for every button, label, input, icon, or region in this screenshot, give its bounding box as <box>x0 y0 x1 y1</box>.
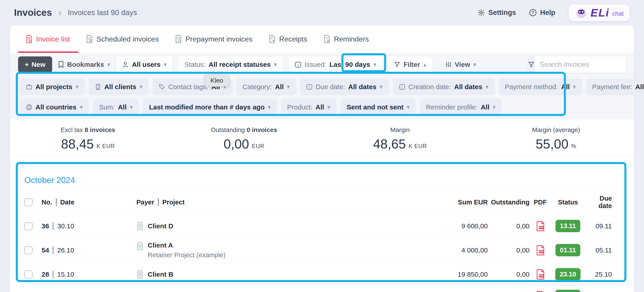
status-badge[interactable]: 23.10 <box>555 268 581 281</box>
payer-cell: Client D <box>136 221 436 231</box>
scheduled-doc-icon <box>86 35 93 43</box>
row-checkbox[interactable] <box>24 222 32 230</box>
select-all-checkbox[interactable] <box>24 198 32 206</box>
sum-filter[interactable]: Sum: All ▾ <box>93 99 139 116</box>
tab-prepayment-invoices[interactable]: Prepayment invoices <box>175 25 252 53</box>
filter-toggle-button[interactable]: Filter ▴ <box>388 56 432 73</box>
pdf-icon[interactable]: PDF <box>530 221 551 232</box>
users-filter-dropdown[interactable]: All users ▾ <box>116 56 172 73</box>
status-filter-label: Status: <box>184 61 205 68</box>
stat-excl-tax: Excl tax 8 invoices 88,45K EUR <box>10 126 166 151</box>
chevron-down-icon: ▾ <box>274 62 277 68</box>
payment-fee-filter[interactable]: Payment fee: All ▾ <box>586 78 644 95</box>
col-no-date[interactable]: No.Date <box>42 198 136 206</box>
row-checkbox[interactable] <box>24 246 32 254</box>
product-filter[interactable]: Product: All ▾ <box>281 99 337 116</box>
row-checkbox[interactable] <box>24 270 32 279</box>
tab-receipts[interactable]: Receipts <box>269 25 307 53</box>
chevron-down-icon: ▾ <box>492 104 496 110</box>
status-cell: 23.12 <box>551 290 585 292</box>
table-row[interactable]: 2815.10 Client B 19 850,00 0,00 PDF 23.1… <box>24 264 612 285</box>
last-modified-filter[interactable]: Last modified more than # days ago ▾ <box>143 99 277 116</box>
stat-label: Margin <box>390 126 410 133</box>
view-options-button[interactable]: View ▾ <box>445 61 476 68</box>
chevron-down-icon: ▾ <box>130 104 133 110</box>
issued-date-dropdown[interactable]: 1 Issued: Last 90 days ▾ <box>289 56 382 73</box>
col-payer-project[interactable]: PayerProject <box>136 198 436 206</box>
status-cell: 13.11 <box>551 220 585 232</box>
chevron-down-icon: ▾ <box>573 84 576 90</box>
countries-filter[interactable]: All countries ▾ <box>20 99 89 116</box>
table-row[interactable]: 1005.10 Client C 2 000,00 0,00 PDF 23.12… <box>24 285 612 292</box>
creation-date-filter[interactable]: 1 Creation date: All dates ▾ <box>393 78 495 95</box>
payer-name: Client B <box>148 271 173 278</box>
document-icon <box>136 221 144 231</box>
top-bar: Invoices › Invoices last 90 days Setting… <box>0 0 644 25</box>
users-filter-value: All users <box>132 61 160 68</box>
col-due-date[interactable]: Due date <box>585 195 612 210</box>
pdf-icon[interactable]: PDF <box>530 245 551 256</box>
col-status[interactable]: Status <box>551 199 585 206</box>
stat-label: Outstanding <box>211 126 245 133</box>
filter-button-label: Filter <box>404 61 420 68</box>
filter-label: Contact tags: <box>168 83 208 91</box>
tab-reminders[interactable]: Reminders <box>324 25 369 53</box>
breadcrumb-root[interactable]: Invoices <box>14 7 52 18</box>
stat-value: 88,45 <box>61 136 94 151</box>
month-heading: October 2024 <box>24 176 634 185</box>
building-icon <box>95 84 101 90</box>
table-header-row: No.Date PayerProject Sum EUR Outstanding… <box>24 189 612 215</box>
document-icon <box>136 242 144 251</box>
table-row[interactable]: 5426.10 Client A Retainer Project (examp… <box>24 237 612 264</box>
status-badge[interactable]: 13.11 <box>556 220 580 232</box>
status-badge[interactable]: 23.12 <box>555 290 581 292</box>
col-sum[interactable]: Sum EUR <box>436 199 488 206</box>
outstanding-value: 0,00 <box>488 271 530 278</box>
svg-text:1: 1 <box>297 63 299 67</box>
payment-method-filter[interactable]: Payment method: All ▾ <box>499 78 582 95</box>
svg-text:1: 1 <box>401 86 403 89</box>
help-button[interactable]: ? Help <box>529 8 555 17</box>
pdf-icon[interactable]: PDF <box>530 269 551 280</box>
sent-status-filter[interactable]: Sent and not sent ▾ <box>340 99 416 116</box>
new-invoice-button[interactable]: + New <box>18 56 52 73</box>
filter-row-1: All projects ▾ All clients ▾ Contact tag… <box>20 78 626 95</box>
divider <box>53 271 53 278</box>
stat-value: 55,00 <box>536 136 568 151</box>
filter-value: All <box>118 103 126 111</box>
clients-filter[interactable]: All clients ▾ <box>89 78 148 95</box>
search-input[interactable] <box>535 60 626 69</box>
filter-label: Sum: <box>99 103 115 111</box>
col-outstanding[interactable]: Outstanding <box>488 199 530 206</box>
svg-text:PDF: PDF <box>539 275 543 277</box>
document-icon <box>136 270 144 279</box>
chevron-down-icon: ▾ <box>164 62 167 68</box>
tab-scheduled-invoices[interactable]: Scheduled invoices <box>86 25 159 53</box>
filter-value: All <box>635 83 644 91</box>
search-funnel-icon[interactable] <box>528 56 535 73</box>
reminder-doc-icon <box>324 35 330 43</box>
filter-label: Payment fee: <box>592 83 632 91</box>
status-filter-dropdown[interactable]: Status: All receipt statuses ▾ <box>178 56 283 73</box>
payer-cell: Client C <box>136 291 436 292</box>
funnel-icon <box>394 61 400 68</box>
bookmarks-button[interactable]: Bookmarks ▾ <box>58 61 110 68</box>
due-date-filter[interactable]: 1 Due date: All dates ▾ <box>300 78 389 95</box>
projects-filter[interactable]: All projects ▾ <box>20 78 85 95</box>
chevron-up-icon: ▴ <box>423 62 426 68</box>
stat-unit: % <box>571 143 576 151</box>
pdf-icon[interactable]: PDF <box>530 291 551 292</box>
tab-invoice-list[interactable]: Invoice list <box>26 25 70 53</box>
stat-margin-average: Margin (average) 55,00% <box>478 126 634 151</box>
col-pdf: PDF <box>530 199 551 206</box>
status-badge[interactable]: 01.11 <box>556 244 580 256</box>
category-filter[interactable]: Category: All ▾ <box>236 78 296 95</box>
calendar-icon: 1 <box>399 84 405 90</box>
invoice-no-date: 2815.10 <box>42 271 136 278</box>
reminder-profile-filter[interactable]: Reminder profile: All ▾ <box>420 99 502 116</box>
eli-chat-launcher[interactable]: ELi chat <box>568 4 630 21</box>
settings-button[interactable]: Settings <box>477 8 516 17</box>
divider <box>53 222 53 230</box>
table-row[interactable]: 3630.10 Client D 9 600,00 0,00 PDF 13.11… <box>24 215 612 237</box>
stat-label: Excl tax <box>61 126 83 133</box>
